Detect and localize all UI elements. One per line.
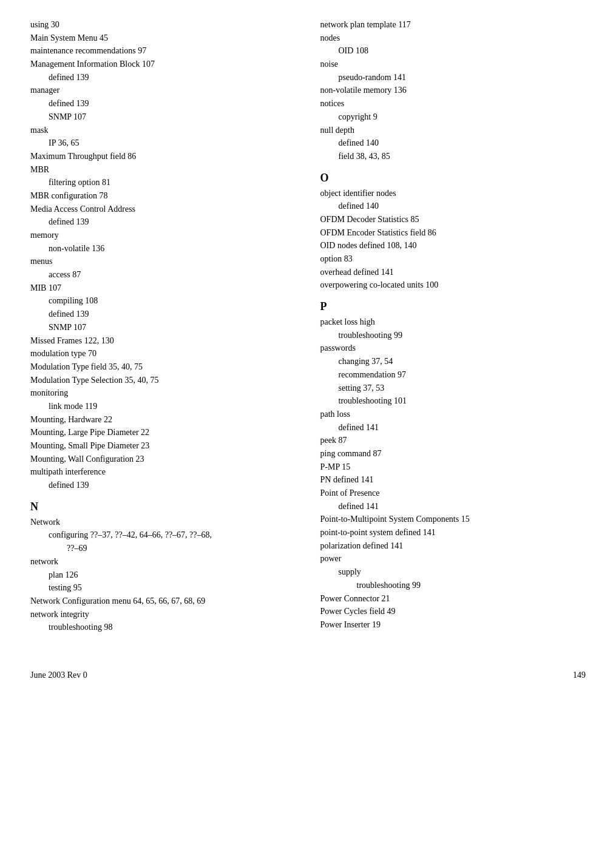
index-entry: P (320, 300, 586, 313)
index-entry: OFDM Decoder Statistics 85 (320, 213, 586, 226)
footer-date: June 2003 Rev 0 (30, 670, 87, 680)
footer-page-number: 149 (573, 670, 586, 680)
index-entry: OID 108 (320, 44, 586, 58)
index-entry: peek 87 (320, 434, 586, 447)
index-entry: network (30, 555, 296, 569)
page-footer: June 2003 Rev 0 149 (30, 670, 586, 680)
index-entry: P-MP 15 (320, 461, 586, 474)
index-entry: notices (320, 97, 586, 110)
index-entry: testing 95 (30, 581, 296, 595)
index-entry: troubleshooting 99 (320, 579, 586, 592)
index-entry: Main System Menu 45 (30, 32, 296, 45)
index-entry: noise (320, 58, 586, 71)
index-entry: MBR configuration 78 (30, 189, 296, 203)
index-entry: network plan template 117 (320, 18, 586, 32)
index-entry: non-volatile 136 (30, 242, 296, 255)
index-entry: Mounting, Hardware 22 (30, 413, 296, 427)
index-entry: Management Information Block 107 (30, 58, 296, 71)
index-entry: IP 36, 65 (30, 137, 296, 150)
index-entry: Network Configuration menu 64, 65, 66, 6… (30, 595, 296, 608)
index-entry: ??–69 (30, 542, 296, 555)
index-entry: defined 140 (320, 137, 586, 150)
left-column: using 30Main System Menu 45maintenance r… (30, 18, 296, 634)
index-entry: defined 141 (320, 421, 586, 434)
index-entry: SNMP 107 (30, 110, 296, 124)
index-entry: path loss (320, 408, 586, 421)
index-entry: defined 139 (30, 308, 296, 321)
index-entry: setting 37, 53 (320, 382, 586, 395)
index-entry: OID nodes defined 108, 140 (320, 239, 586, 252)
index-entry: monitoring (30, 386, 296, 400)
index-entry: supply (320, 565, 586, 579)
index-entry: null depth (320, 124, 586, 137)
index-entry: PN defined 141 (320, 473, 586, 487)
index-entry: configuring ??–37, ??–42, 64–66, ??–67, … (30, 528, 296, 542)
index-entry: defined 141 (320, 500, 586, 513)
index-entry: link mode 119 (30, 400, 296, 413)
index-entry: ping command 87 (320, 447, 586, 461)
index-entry: power (320, 552, 586, 565)
index-entry: troubleshooting 99 (320, 329, 586, 342)
index-entry: maintenance recommendations 97 (30, 44, 296, 58)
index-entry: multipath interference (30, 465, 296, 479)
index-entry: network integrity (30, 608, 296, 621)
index-entry: packet loss high (320, 316, 586, 329)
index-entry: Point of Presence (320, 487, 586, 500)
index-entry: non-volatile memory 136 (320, 84, 586, 97)
index-entry: polarization defined 141 (320, 539, 586, 553)
index-entry: O (320, 172, 586, 184)
index-entry: MBR (30, 163, 296, 177)
index-entry: defined 140 (320, 200, 586, 213)
page-content: using 30Main System Menu 45maintenance r… (30, 18, 586, 634)
index-entry: mask (30, 124, 296, 137)
index-entry: troubleshooting 98 (30, 621, 296, 634)
index-entry: Maximum Throughput field 86 (30, 150, 296, 163)
index-entry: changing 37, 54 (320, 355, 586, 368)
index-entry: pseudo-random 141 (320, 71, 586, 84)
index-entry: defined 139 (30, 215, 296, 229)
index-entry: nodes (320, 32, 586, 45)
index-entry: plan 126 (30, 569, 296, 582)
index-entry: recommendation 97 (320, 368, 586, 382)
index-entry: Media Access Control Address (30, 203, 296, 216)
index-entry: overhead defined 141 (320, 266, 586, 279)
index-entry: defined 139 (30, 71, 296, 84)
index-entry: Modulation Type Selection 35, 40, 75 (30, 374, 296, 387)
index-entry: Point-to-Multipoint System Components 15 (320, 513, 586, 526)
index-entry: Power Inserter 19 (320, 618, 586, 632)
index-entry: N (30, 501, 296, 513)
index-entry: Power Connector 21 (320, 592, 586, 606)
index-entry: passwords (320, 342, 586, 355)
index-entry: troubleshooting 101 (320, 394, 586, 408)
index-entry: defined 139 (30, 479, 296, 492)
index-entry: MIB 107 (30, 282, 296, 295)
index-entry: memory (30, 229, 296, 242)
index-entry: SNMP 107 (30, 321, 296, 334)
index-entry: OFDM Encoder Statistics field 86 (320, 226, 586, 240)
index-entry: Missed Frames 122, 130 (30, 334, 296, 348)
index-entry: Mounting, Small Pipe Diameter 23 (30, 439, 296, 453)
index-entry: field 38, 43, 85 (320, 150, 586, 163)
right-column: network plan template 117nodesOID 108noi… (320, 18, 586, 634)
index-entry: point-to-point system defined 141 (320, 526, 586, 539)
index-entry: menus (30, 255, 296, 268)
index-entry: option 83 (320, 252, 586, 266)
index-entry: access 87 (30, 268, 296, 282)
index-entry: Power Cycles field 49 (320, 605, 586, 618)
index-entry: compiling 108 (30, 294, 296, 308)
index-entry: modulation type 70 (30, 347, 296, 360)
index-entry: Modulation Type field 35, 40, 75 (30, 360, 296, 374)
index-entry: overpowering co-located units 100 (320, 278, 586, 292)
index-entry: Mounting, Large Pipe Diameter 22 (30, 426, 296, 439)
index-entry: copyright 9 (320, 110, 586, 124)
index-entry: filtering option 81 (30, 176, 296, 189)
index-entry: object identifier nodes (320, 187, 586, 200)
index-entry: defined 139 (30, 97, 296, 110)
index-entry: manager (30, 84, 296, 97)
index-entry: Mounting, Wall Configuration 23 (30, 453, 296, 466)
index-entry: Network (30, 516, 296, 529)
index-entry: using 30 (30, 18, 296, 32)
